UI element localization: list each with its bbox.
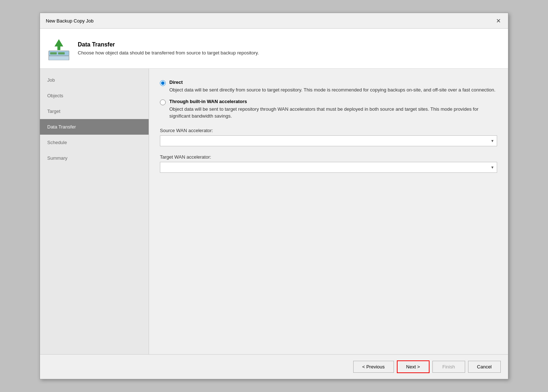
direct-desc: Object data will be sent directly from s…	[169, 86, 495, 94]
sidebar-item-summary[interactable]: Summary	[40, 150, 149, 166]
sidebar: Job Objects Target Data Transfer Schedul…	[40, 69, 149, 354]
sidebar-item-objects[interactable]: Objects	[40, 88, 149, 103]
sidebar-item-job[interactable]: Job	[40, 72, 149, 88]
dialog: New Backup Copy Job ✕ Data Transfer Choo…	[40, 13, 508, 379]
direct-radio[interactable]	[160, 80, 166, 86]
target-wan-select[interactable]	[160, 162, 497, 173]
sidebar-item-data-transfer[interactable]: Data Transfer	[40, 119, 149, 135]
source-wan-dropdown-wrapper	[160, 135, 497, 146]
svg-marker-4	[55, 39, 63, 50]
direct-label-block: Direct Object data will be sent directly…	[169, 79, 495, 94]
main-content: Direct Object data will be sent directly…	[149, 69, 508, 354]
wan-title: Through built-in WAN accelerators	[169, 99, 497, 104]
wan-radio[interactable]	[160, 99, 166, 105]
header-section: Data Transfer Choose how object data sho…	[40, 29, 508, 69]
source-wan-select[interactable]	[160, 135, 497, 146]
source-wan-label: Source WAN accelerator:	[160, 128, 497, 133]
direct-option: Direct Object data will be sent directly…	[160, 79, 497, 94]
wan-option: Through built-in WAN accelerators Object…	[160, 99, 497, 120]
direct-title: Direct	[169, 79, 495, 85]
cancel-button[interactable]: Cancel	[468, 361, 501, 373]
title-bar: New Backup Copy Job ✕	[40, 13, 508, 29]
header-icon	[47, 37, 70, 60]
sidebar-item-target[interactable]: Target	[40, 103, 149, 119]
header-description: Choose how object data should be transfe…	[78, 50, 259, 56]
target-wan-label: Target WAN accelerator:	[160, 154, 497, 160]
svg-rect-3	[49, 56, 69, 60]
target-wan-dropdown-wrapper	[160, 162, 497, 173]
finish-button[interactable]: Finish	[432, 361, 465, 373]
dialog-title: New Backup Copy Job	[46, 18, 94, 24]
wan-label-block: Through built-in WAN accelerators Object…	[169, 99, 497, 120]
source-wan-group: Source WAN accelerator:	[160, 128, 497, 146]
radio-group: Direct Object data will be sent directly…	[160, 79, 497, 120]
svg-rect-1	[50, 52, 57, 54]
footer: < Previous Next > Finish Cancel	[40, 354, 508, 379]
sidebar-item-schedule[interactable]: Schedule	[40, 135, 149, 150]
next-button[interactable]: Next >	[397, 360, 430, 373]
wan-desc: Object data will be sent to target repos…	[169, 106, 497, 120]
header-text: Data Transfer Choose how object data sho…	[78, 41, 259, 56]
data-transfer-icon	[47, 37, 70, 60]
body-section: Job Objects Target Data Transfer Schedul…	[40, 69, 508, 354]
target-wan-group: Target WAN accelerator:	[160, 154, 497, 173]
svg-rect-2	[58, 52, 65, 54]
close-button[interactable]: ✕	[494, 17, 502, 25]
header-title: Data Transfer	[78, 41, 259, 48]
previous-button[interactable]: < Previous	[353, 361, 394, 373]
